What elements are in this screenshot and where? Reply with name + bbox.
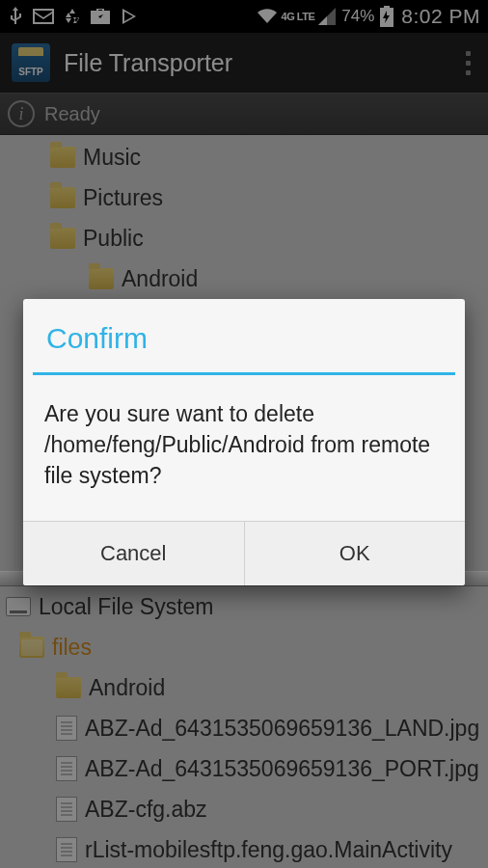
ok-button[interactable]: OK [244, 522, 466, 585]
cancel-button[interactable]: Cancel [23, 522, 244, 585]
dialog-message: Are you sure want to delete /home/feng/P… [23, 375, 465, 521]
confirm-dialog: Confirm Are you sure want to delete /hom… [23, 299, 465, 585]
dialog-title: Confirm [23, 299, 465, 372]
dialog-button-bar: Cancel OK [23, 521, 465, 585]
